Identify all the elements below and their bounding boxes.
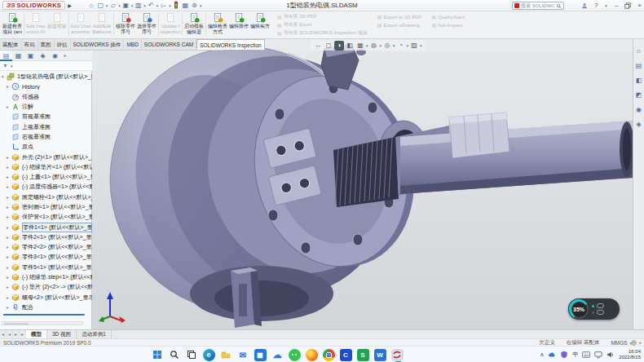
dropdown-caret-icon[interactable]: ▾ — [118, 3, 121, 8]
tree-item[interactable]: ▸零件2<2> (默认<<默认>_显示状态 — [0, 242, 92, 252]
property-manager-tab-icon[interactable]: ▦ — [12, 51, 24, 61]
select-cursor-icon[interactable]: ▻ — [159, 2, 168, 9]
tree-item[interactable]: 前视基准面 — [0, 112, 92, 121]
ribbon-button[interactable]: 启动模板编辑器 — [183, 11, 205, 38]
print-icon[interactable]: ▥ — [134, 2, 143, 9]
open-document-icon[interactable]: ▱ — [108, 2, 117, 9]
ime-keyboard-icon[interactable] — [582, 351, 590, 359]
3d-model-assembly[interactable] — [92, 39, 633, 329]
scene-icon[interactable]: ▨ — [409, 41, 419, 51]
tree-item[interactable]: 右视基准面 — [0, 132, 92, 142]
taskbar-mail-icon[interactable]: ✉ — [237, 349, 249, 361]
appearances-icon[interactable]: ◔ — [396, 41, 406, 51]
taskbar-store-icon[interactable]: ▦ — [254, 349, 267, 361]
export-command[interactable]: ▤导出至 SOLIDWORKS Inspection 项目 — [277, 29, 368, 37]
ribbon-button[interactable]: 新建模板 — [46, 11, 68, 38]
tree-item[interactable]: ▸配合 — [0, 302, 92, 312]
ribbon-button[interactable]: Edit Inspection Project — [25, 11, 46, 38]
ribbon-button[interactable]: 编辑操作 — [228, 11, 249, 38]
scrollbar-thumb[interactable] — [4, 323, 29, 325]
tree-item[interactable]: ▸保护管<1> (默认<<默认>_显示状态 — [0, 212, 92, 222]
tray-chevron-icon[interactable]: ∧ — [540, 351, 544, 358]
filter-caret-icon[interactable]: ▾ — [11, 64, 13, 68]
solidworks-resources-icon[interactable]: ⌂ — [637, 47, 641, 55]
export-command[interactable]: ▤Export eDrawing — [377, 21, 422, 29]
dropdown-caret-icon[interactable]: ▾ — [407, 43, 409, 48]
graphics-area[interactable]: ↔◻◑◧▦▾◍▾◎▾◔▾▨▾ 35% — [92, 39, 633, 329]
manager-tabs-overflow-icon[interactable]: ▸ — [61, 51, 69, 61]
display-style-icon[interactable]: ◍ — [369, 41, 379, 51]
taskbar-solidworks-icon[interactable] — [391, 349, 404, 361]
sheet-tab[interactable]: 模型 — [26, 330, 47, 338]
taskbar-firefox-icon[interactable] — [306, 349, 318, 361]
command-tab[interactable]: MBD — [124, 39, 141, 50]
help-icon[interactable]: ? — [594, 0, 598, 11]
tree-item[interactable]: ▾1型铠装热电偶 (默认<默认>_显示状态-1> — [0, 72, 92, 82]
tree-item[interactable]: ▸注解 — [0, 102, 92, 112]
tree-item[interactable]: ▸(-) 垫片 (2)<2> -> (默认<<默认> — [0, 282, 92, 292]
ribbon-button[interactable]: Update Inspection Project — [160, 11, 181, 38]
dropdown-caret-icon[interactable]: ▾ — [131, 3, 134, 8]
tray-display-icon[interactable] — [594, 351, 602, 359]
search-icon[interactable] — [556, 3, 562, 9]
panel-horizontal-scrollbar[interactable] — [2, 321, 83, 325]
tray-speaker-icon[interactable] — [607, 351, 615, 359]
tree-filter-bar[interactable]: ▼ ▾ — [0, 61, 92, 71]
help-caret-icon[interactable]: ▾ — [605, 3, 607, 8]
display-manager-tab-icon[interactable]: ◉ — [49, 51, 61, 61]
export-command[interactable]: ▤Net-Inspect — [431, 21, 465, 29]
tree-item[interactable]: ▸(-) 上盖<1> (默认<<默认>_显示状态 — [0, 172, 92, 182]
tree-item[interactable]: ▸零件5<1> (默认<<默认>_显示状态 — [0, 263, 92, 272]
search-input[interactable]: 搜索 SOLIDWORKS 帮助 — [512, 2, 564, 10]
tree-item[interactable]: ▸(-) 绝缘垫片<1> (默认<<默认>_显示 — [0, 162, 92, 172]
minimize-button[interactable]: – — [615, 0, 618, 11]
zoom-area-icon[interactable]: ◻ — [324, 41, 333, 51]
command-tab[interactable]: SOLIDWORKS 插件 — [71, 39, 125, 50]
taskbar-wechat-icon[interactable] — [289, 349, 301, 361]
undo-icon[interactable]: ↶ — [147, 2, 156, 9]
dropdown-caret-icon[interactable]: ▾ — [420, 43, 422, 48]
taskbar-wps-sheet-icon[interactable]: S — [357, 349, 369, 361]
dropdown-caret-icon[interactable]: ▾ — [143, 3, 146, 8]
dimxpert-manager-tab-icon[interactable]: ◈ — [37, 51, 49, 61]
save-icon[interactable]: ▣ — [121, 2, 130, 9]
rebuild-icon[interactable] — [172, 1, 181, 10]
zoom-fit-icon[interactable]: ↔ — [313, 41, 323, 51]
view-palette-icon[interactable]: ◩ — [636, 91, 642, 99]
dropdown-caret-icon[interactable]: ▾ — [106, 3, 108, 8]
tree-item[interactable]: ▸History — [0, 82, 92, 91]
export-command[interactable]: ▤导出至 2D PDF — [277, 13, 368, 20]
options-icon[interactable]: ⊛ — [190, 2, 199, 9]
tree-item[interactable]: ▸零件2<1> (默认<<默认>_显示状态 — [0, 232, 92, 242]
tray-onedrive-icon[interactable] — [548, 351, 556, 359]
feature-manager-tab-icon[interactable]: ▤ — [0, 51, 12, 61]
hide-show-items-icon[interactable]: ◎ — [382, 41, 392, 51]
taskbar-search-icon[interactable] — [169, 349, 181, 361]
export-command[interactable]: ▤Export to 3D PDF — [377, 13, 422, 20]
home-icon[interactable]: ⌂ — [87, 2, 96, 9]
dropdown-caret-icon[interactable]: ▾ — [157, 3, 159, 8]
dropdown-caret-icon[interactable]: ▾ — [169, 3, 171, 8]
display-settings-icon[interactable]: ▦ — [181, 2, 190, 9]
menu-flyout-arrow-icon[interactable]: ▶ — [68, 2, 72, 8]
custom-properties-icon[interactable]: ◈ — [636, 121, 641, 128]
configuration-manager-tab-icon[interactable]: ▣ — [24, 51, 37, 61]
model-bottom-part[interactable] — [231, 267, 262, 328]
tree-item[interactable]: ▸零件3<1> (默认<<默认>_显示状态 — [0, 252, 92, 262]
tree-item[interactable]: ▸密封圈<1> (默认<<默认>_显示状态 — [0, 202, 92, 212]
ribbon-button[interactable]: 移除零件序号 — [115, 11, 136, 38]
taskbar-onedrive-icon[interactable]: ☁ — [271, 349, 284, 361]
tree-item[interactable]: 上视基准面 — [0, 121, 92, 131]
ribbon-button[interactable]: 编辑实方 — [249, 11, 271, 38]
tree-rollback-bar[interactable] — [3, 314, 85, 316]
taskbar-task-view-icon[interactable] — [186, 349, 198, 361]
tree-item[interactable]: 传感器 — [0, 92, 92, 102]
restore-button[interactable] — [624, 2, 631, 9]
taskbar-edge-icon[interactable]: e — [203, 349, 215, 361]
zoom-indicator-overlay[interactable]: 35% — [568, 298, 620, 320]
ribbon-button[interactable]: 新建检查项目 (amp;N) — [2, 11, 23, 38]
task-pane-toggle-icon[interactable]: ▸ — [639, 340, 642, 345]
login-user-icon[interactable] — [581, 2, 588, 9]
tree-item[interactable]: 原点 — [0, 142, 92, 152]
tree-item[interactable]: ▸螺母<2> (默认<<默认>_显示状态 — [0, 293, 92, 302]
